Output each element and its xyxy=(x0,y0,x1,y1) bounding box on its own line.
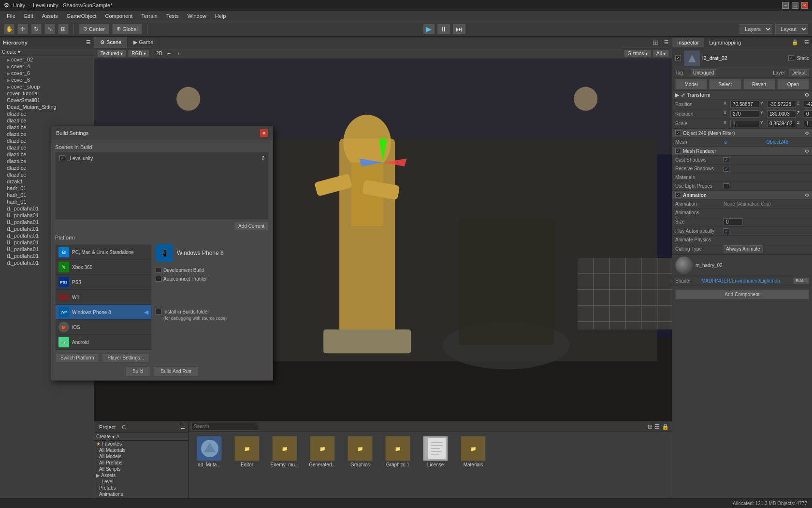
hierarchy-create-btn[interactable]: Create ▾ xyxy=(2,49,20,55)
file-graphics[interactable]: 📁 Graphics xyxy=(343,436,377,467)
dev-build-checkbox[interactable] xyxy=(156,267,161,273)
project-tab[interactable]: Project xyxy=(97,424,118,430)
platform-pc[interactable]: 🖥 PC, Mac & Linux Standalone xyxy=(56,245,151,260)
tree-level[interactable]: _Level xyxy=(94,478,188,485)
transform-settings-icon[interactable]: ⚙ xyxy=(805,92,809,98)
menu-component[interactable]: Component xyxy=(101,12,136,20)
play-button[interactable]: ▶ xyxy=(423,24,435,34)
2d-toggle[interactable]: 2D xyxy=(156,50,163,58)
platform-ios[interactable]: 🍎 iOS xyxy=(56,320,151,335)
add-component-button[interactable]: Add Component xyxy=(675,289,809,299)
project-create-btn[interactable]: Create ▾ xyxy=(96,434,115,439)
audio-toggle[interactable]: ♪ xyxy=(175,50,183,58)
global-button[interactable]: ⊕ Global xyxy=(112,24,142,34)
menu-help[interactable]: Help xyxy=(211,12,230,20)
menu-assets[interactable]: Assets xyxy=(38,12,62,20)
menu-gameobject[interactable]: GameObject xyxy=(63,12,101,20)
project-icon-btn[interactable]: ⊞ xyxy=(648,423,652,430)
animation-checkbox[interactable]: ✓ xyxy=(675,192,681,198)
panel-options-icon[interactable]: ☰ xyxy=(180,424,185,430)
scale-tool[interactable]: ⤡ xyxy=(44,24,55,34)
file-ad-muta[interactable]: ad_Muta... xyxy=(192,436,226,467)
tab-inspector[interactable]: Inspector xyxy=(672,38,704,47)
model-btn[interactable]: Model xyxy=(675,79,707,90)
close-button[interactable]: ✕ xyxy=(801,2,808,9)
project-lock-btn[interactable]: 🔒 xyxy=(662,423,669,430)
file-generated[interactable]: 📁 Generated... xyxy=(305,436,339,467)
tree-all-models[interactable]: All Models xyxy=(94,453,188,460)
build-button[interactable]: Build xyxy=(125,366,150,376)
tab-game[interactable]: ▶ Game xyxy=(128,37,160,48)
rotation-y[interactable] xyxy=(767,110,796,118)
tree-all-materials[interactable]: All Materials xyxy=(94,447,188,453)
rotate-tool[interactable]: ↻ xyxy=(31,24,42,34)
light-toggle[interactable]: ☀ xyxy=(165,50,173,58)
file-graphics1[interactable]: 📁 Graphics 1 xyxy=(381,436,415,467)
hierarchy-item[interactable]: ▶cover_4 xyxy=(0,63,94,70)
platform-wii[interactable]: Wii Wii xyxy=(56,290,151,305)
tree-all-scripts[interactable]: All Scripts xyxy=(94,466,188,472)
hierarchy-item[interactable]: ▶cover_02 xyxy=(0,56,94,63)
file-editor[interactable]: 📁 Editor xyxy=(230,436,264,467)
hierarchy-item[interactable]: dlazdice xyxy=(0,110,94,117)
cast-shadows-checkbox[interactable]: ✓ xyxy=(724,157,729,163)
position-z[interactable] xyxy=(804,101,812,108)
platform-ps3[interactable]: PS3 PS3 xyxy=(56,275,151,290)
center-button[interactable]: ⊙ Center xyxy=(79,24,109,34)
mesh-renderer-checkbox[interactable]: ✓ xyxy=(675,148,681,154)
platform-wp8[interactable]: WP Windows Phone 8 ◀ xyxy=(56,305,151,320)
rotation-z[interactable] xyxy=(804,110,812,118)
tree-animations[interactable]: Animations xyxy=(94,491,188,497)
hierarchy-item[interactable]: cover_tutorial xyxy=(0,90,94,97)
step-button[interactable]: ⏭ xyxy=(453,24,465,34)
file-enemy[interactable]: 📁 Enemy_mu... xyxy=(268,436,302,467)
tag-dropdown[interactable]: Untagged xyxy=(691,69,716,76)
all-btn[interactable]: All ▾ xyxy=(653,50,669,57)
tab-scene[interactable]: ⚙ Scene xyxy=(94,37,128,48)
position-x[interactable] xyxy=(730,101,759,108)
culling-dropdown[interactable]: Always Animate xyxy=(724,245,763,253)
position-y[interactable] xyxy=(767,101,796,108)
use-light-probes-checkbox[interactable] xyxy=(724,183,729,189)
shading-dropdown[interactable]: Textured ▾ xyxy=(97,50,126,57)
menu-tests[interactable]: Tests xyxy=(162,12,183,20)
tree-favorites[interactable]: ★ Favorites xyxy=(94,441,188,447)
layers-dropdown[interactable]: Layers xyxy=(740,24,772,34)
inspector-menu-btn[interactable]: ☰ xyxy=(801,39,812,45)
revert-btn[interactable]: Revert xyxy=(743,79,775,90)
shader-edit-btn[interactable]: Edit... xyxy=(793,277,809,284)
hierarchy-item[interactable]: CoverSmall01 xyxy=(0,97,94,104)
minimize-button[interactable]: – xyxy=(782,2,789,9)
rect-tool[interactable]: ⊞ xyxy=(58,24,69,34)
build-close-button[interactable]: ✕ xyxy=(260,129,268,137)
build-and-run-button[interactable]: Build And Run xyxy=(153,366,198,376)
static-checkbox[interactable]: ✓ xyxy=(788,55,794,61)
select-btn[interactable]: Select xyxy=(709,79,741,90)
platform-android[interactable]: 🤖 Android xyxy=(56,335,151,350)
file-materials[interactable]: 📁 Materials xyxy=(456,436,490,467)
switch-platform-button[interactable]: Switch Platform xyxy=(55,353,99,362)
menu-edit[interactable]: Edit xyxy=(20,12,37,20)
receive-shadows-checkbox[interactable]: ✓ xyxy=(724,166,729,172)
panel-menu-btn[interactable]: ☰ xyxy=(661,39,672,45)
tab-lightmapping[interactable]: Lightmapping xyxy=(704,38,746,47)
player-settings-button[interactable]: Player Settings... xyxy=(102,353,149,362)
play-auto-checkbox[interactable]: ✓ xyxy=(724,228,729,234)
scale-x[interactable] xyxy=(730,120,759,127)
file-license[interactable]: License xyxy=(419,436,452,467)
hierarchy-item[interactable]: ▶cover_sloup xyxy=(0,83,94,90)
object-active-checkbox[interactable]: ✓ xyxy=(675,55,681,61)
project-search-input[interactable] xyxy=(191,423,259,431)
move-tool[interactable]: ✛ xyxy=(17,24,28,34)
project-list-btn[interactable]: ☰ xyxy=(654,423,660,430)
menu-terrain[interactable]: Terrain xyxy=(137,12,161,20)
hand-tool[interactable]: ✋ xyxy=(4,24,14,34)
scale-z[interactable] xyxy=(804,120,812,127)
maximize-panel-btn[interactable]: ⊞ xyxy=(650,39,661,46)
menu-window[interactable]: Window xyxy=(184,12,210,20)
color-dropdown[interactable]: RGB ▾ xyxy=(128,50,149,57)
tree-prefabs[interactable]: Prefabs xyxy=(94,485,188,491)
autoconnect-checkbox[interactable] xyxy=(156,276,161,282)
install-folder-checkbox[interactable] xyxy=(156,309,161,314)
hierarchy-item[interactable]: ▶cover_6 xyxy=(0,70,94,76)
